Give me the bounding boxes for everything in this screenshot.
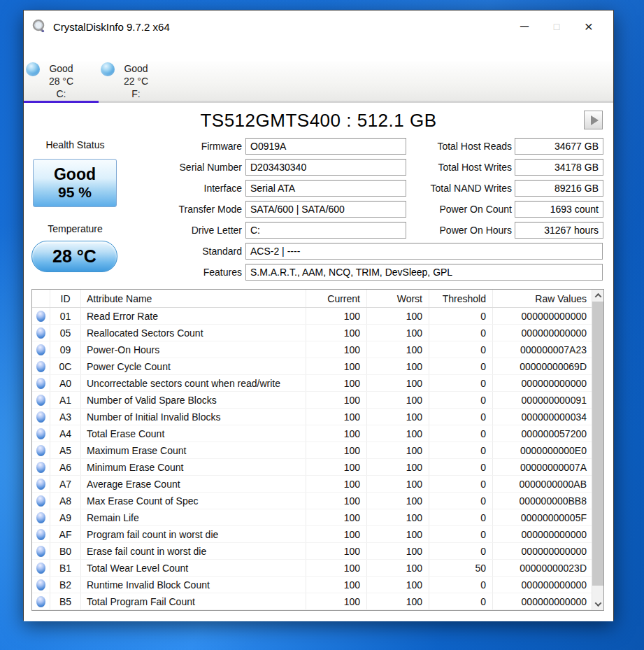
attribute-name: Maximum Erase Count	[81, 442, 306, 458]
menu-item[interactable]	[43, 50, 56, 53]
main-content: TS512GMTS400 : 512.1 GB Health Status Go…	[24, 103, 613, 621]
drive-tab[interactable]: Good 22 °C F:	[99, 61, 173, 101]
scroll-up-icon[interactable]	[592, 290, 604, 302]
health-status-label: Health Status	[33, 139, 117, 150]
menu-item[interactable]	[106, 50, 119, 53]
attribute-raw-values: 000000000091	[493, 392, 592, 408]
info-field-label: Firmware	[136, 141, 245, 152]
table-row[interactable]: A5 Maximum Erase Count 100 100 0 0000000…	[32, 442, 603, 459]
close-button[interactable]: ×	[573, 10, 605, 43]
attribute-worst: 100	[367, 442, 429, 458]
table-row[interactable]: A1 Number of Valid Spare Blocks 100 100 …	[32, 392, 603, 409]
attribute-current: 100	[306, 358, 367, 374]
table-row[interactable]: AF Program fail count in worst die 100 1…	[32, 526, 603, 543]
info-field-value: SATA/600 | SATA/600	[245, 201, 406, 218]
attribute-threshold: 0	[429, 543, 493, 559]
table-row[interactable]: A9 Remain Life 100 100 0 00000000005F	[32, 509, 603, 526]
attribute-raw-values: 000000000034	[493, 409, 592, 425]
attribute-id: A7	[50, 476, 81, 492]
table-row[interactable]: 0C Power Cycle Count 100 100 0 000000000…	[32, 358, 603, 375]
scroll-down-icon[interactable]	[592, 598, 604, 610]
table-row[interactable]: A7 Average Erase Count 100 100 0 0000000…	[32, 476, 603, 493]
menu-item[interactable]	[81, 50, 94, 53]
table-row[interactable]: A6 Minimum Erase Count 100 100 0 0000000…	[32, 459, 603, 476]
table-row[interactable]: B1 Total Wear Level Count 100 100 50 000…	[32, 560, 603, 577]
attribute-current: 100	[306, 476, 367, 492]
table-row[interactable]: A3 Number of Initial Invalid Blocks 100 …	[32, 409, 603, 425]
table-row[interactable]: B5 Total Program Fail Count 100 100 0 00…	[32, 593, 603, 610]
table-row[interactable]: A4 Total Erase Count 100 100 0 000000057…	[32, 425, 603, 442]
attribute-name: Number of Valid Spare Blocks	[81, 392, 306, 408]
attribute-id: AF	[50, 526, 81, 542]
attribute-threshold: 0	[429, 593, 493, 609]
drive-tab[interactable]: Good 28 °C C:	[24, 61, 99, 101]
attribute-name: Read Error Rate	[81, 308, 306, 324]
info-field-label: Features	[136, 267, 245, 278]
menu-item[interactable]	[56, 50, 69, 53]
attribute-current: 100	[306, 543, 367, 559]
health-status-button[interactable]: Good 95 %	[33, 159, 117, 207]
header-id: ID	[50, 290, 81, 307]
attribute-raw-values: 00000000069D	[493, 358, 592, 374]
minimize-button[interactable]: ─	[508, 10, 541, 43]
stat-field-value: 89216 GB	[515, 180, 603, 197]
stat-fields: Total Host Reads 34677 GB Total Host Wri…	[415, 138, 603, 243]
table-row[interactable]: A0 Uncorrectable sectors count when read…	[32, 375, 603, 392]
attribute-current: 100	[306, 442, 367, 458]
attribute-id: 05	[50, 325, 81, 341]
attribute-raw-values: 000000007A23	[493, 341, 592, 358]
attribute-status-orb-icon	[36, 579, 45, 591]
attribute-threshold: 0	[429, 493, 493, 509]
temperature-button[interactable]: 28 °C	[31, 241, 117, 272]
attribute-threshold: 0	[429, 392, 493, 408]
table-row[interactable]: B2 Runtime Invalid Block Count 100 100 0…	[32, 577, 603, 593]
attribute-status-orb-icon	[36, 512, 45, 523]
menu-item[interactable]	[94, 50, 106, 53]
info-field-label: Interface	[136, 183, 245, 194]
info-field-value: C:	[245, 222, 406, 239]
menu-item[interactable]	[31, 50, 43, 53]
attribute-name: Remain Life	[81, 509, 306, 525]
attribute-raw-values: 000000057200	[493, 425, 592, 441]
info-field-label: Drive Letter	[136, 225, 245, 236]
attribute-status-orb-icon	[36, 378, 45, 389]
attribute-status-orb-icon	[36, 462, 45, 473]
attribute-name: Power Cycle Count	[81, 358, 306, 374]
stat-field-label: Total NAND Writes	[415, 183, 515, 194]
next-drive-button[interactable]	[584, 111, 603, 129]
table-row[interactable]: 09 Power-On Hours 100 100 0 000000007A23	[32, 341, 603, 358]
attribute-id: B2	[50, 577, 81, 593]
stat-field-row: Total Host Reads 34677 GB	[415, 138, 603, 155]
attribute-name: Uncorrectable sectors count when read/wr…	[81, 375, 306, 391]
attribute-raw-values: 000000000000	[493, 308, 592, 324]
table-row[interactable]: 01 Read Error Rate 100 100 0 00000000000…	[32, 308, 603, 325]
table-row[interactable]: A8 Max Erase Count of Spec 100 100 0 000…	[32, 493, 603, 509]
attribute-status-orb-icon	[36, 445, 45, 456]
table-row[interactable]: 05 Reallocated Sectors Count 100 100 0 0…	[32, 325, 603, 341]
attribute-worst: 100	[367, 425, 429, 441]
info-field-row: Features S.M.A.R.T., AAM, NCQ, TRIM, Dev…	[136, 264, 603, 281]
health-percent-value: 95 %	[58, 183, 92, 202]
menu-item[interactable]	[69, 50, 81, 53]
drive-tab-temperature: 22 °C	[99, 75, 173, 87]
info-field-label: Standard	[136, 246, 245, 257]
attribute-raw-values: 00000000007A	[493, 459, 592, 475]
smart-attribute-table: ID Attribute Name Current Worst Threshol…	[31, 289, 604, 611]
attribute-name: Max Erase Count of Spec	[81, 493, 306, 509]
attribute-status-orb-icon	[36, 411, 45, 423]
attribute-id: A4	[50, 425, 81, 441]
app-icon	[31, 19, 47, 34]
attribute-worst: 100	[367, 476, 429, 492]
attribute-id: B0	[50, 543, 81, 559]
attribute-name: Reallocated Sectors Count	[81, 325, 306, 341]
scrollbar-thumb[interactable]	[592, 302, 604, 586]
drive-tab-underline	[99, 101, 173, 103]
attribute-id: A9	[50, 509, 81, 525]
info-field-value: D203430340	[245, 159, 406, 176]
attribute-threshold: 0	[429, 308, 493, 324]
attribute-worst: 100	[367, 341, 429, 358]
table-row[interactable]: B0 Erase fail count in worst die 100 100…	[32, 543, 603, 560]
table-scrollbar[interactable]	[592, 290, 603, 610]
info-field-row: Standard ACS-2 | ----	[136, 243, 603, 260]
stat-field-value: 1693 count	[515, 201, 603, 218]
